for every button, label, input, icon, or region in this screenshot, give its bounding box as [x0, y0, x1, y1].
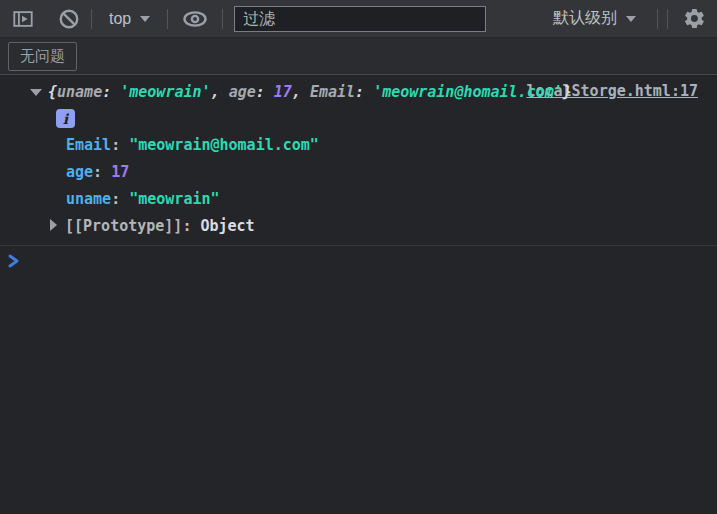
info-icon: i: [56, 109, 75, 128]
prototype-value: Object: [200, 217, 254, 235]
property-colon: :: [111, 136, 129, 154]
javascript-context-selector[interactable]: top: [97, 10, 162, 28]
property-name: uname: [66, 190, 111, 208]
object-property-row: uname: "meowrain": [66, 186, 698, 213]
evaluated-info-line: i: [56, 105, 698, 132]
console-filter-input[interactable]: [234, 6, 486, 32]
property-value: 17: [111, 163, 129, 181]
issues-bar: 无问题: [0, 38, 717, 75]
context-selector-label: top: [109, 10, 131, 28]
console-log-message: localStorge.html:17 {uname: 'meowrain', …: [0, 75, 717, 245]
console-output: localStorge.html:17 {uname: 'meowrain', …: [0, 75, 717, 278]
preview-token: uname: [57, 83, 102, 101]
preview-token: :: [355, 83, 373, 101]
preview-token: Email: [310, 83, 355, 101]
property-value: "meowrain": [129, 190, 219, 208]
toolbar-divider: [222, 9, 223, 29]
toolbar-divider: [91, 9, 92, 29]
log-level-label: 默认级别: [553, 8, 617, 29]
show-console-sidebar-button[interactable]: [6, 4, 40, 34]
preview-token: {: [48, 83, 57, 101]
preview-token: ,: [292, 83, 310, 101]
log-level-selector[interactable]: 默认级别: [541, 8, 648, 29]
console-prompt[interactable]: [0, 245, 717, 278]
object-preview-line: {uname: 'meowrain', age: 17, Email: 'meo…: [48, 79, 698, 105]
object-property-row: age: 17: [66, 159, 698, 186]
console-sidebar-icon: [12, 8, 34, 30]
prototype-colon: :: [182, 217, 200, 235]
create-live-expression-button[interactable]: [173, 4, 217, 34]
property-value: "meowrain@homail.com": [129, 136, 319, 154]
toolbar-divider: [167, 9, 168, 29]
chevron-down-icon: [140, 16, 150, 22]
preview-token: :: [256, 83, 274, 101]
collapse-object-arrow-icon[interactable]: [30, 89, 42, 96]
preview-token: age: [229, 83, 256, 101]
property-colon: :: [93, 163, 111, 181]
live-expression-eye-icon: [182, 8, 208, 30]
console-toolbar: top 默认级别: [0, 0, 717, 38]
prototype-row[interactable]: [[Prototype]]: Object: [50, 213, 698, 239]
preview-token: 'meowrain': [120, 83, 210, 101]
chevron-down-icon: [626, 16, 636, 22]
no-issues-button[interactable]: 无问题: [8, 42, 77, 71]
preview-token: }: [563, 83, 572, 101]
preview-token: 'meowrain@homail.com': [373, 83, 563, 101]
prompt-chevron-icon: [8, 254, 20, 268]
prototype-label: [[Prototype]]: [65, 217, 182, 235]
property-name: age: [66, 163, 93, 181]
object-property-row: Email: "meowrain@homail.com": [66, 132, 698, 159]
clear-console-icon: [58, 8, 80, 30]
property-name: Email: [66, 136, 111, 154]
expand-prototype-arrow-icon[interactable]: [50, 219, 57, 231]
property-colon: :: [111, 190, 129, 208]
preview-token: :: [102, 83, 120, 101]
preview-token: 17: [274, 83, 292, 101]
clear-console-button[interactable]: [52, 4, 86, 34]
devtools-console-panel: top 默认级别 无问题 localStorge: [0, 0, 717, 514]
toolbar-divider: [667, 9, 668, 29]
console-settings-button[interactable]: [677, 4, 711, 34]
toolbar-divider: [657, 9, 658, 29]
preview-token: ,: [211, 83, 229, 101]
settings-gear-icon: [683, 7, 706, 30]
